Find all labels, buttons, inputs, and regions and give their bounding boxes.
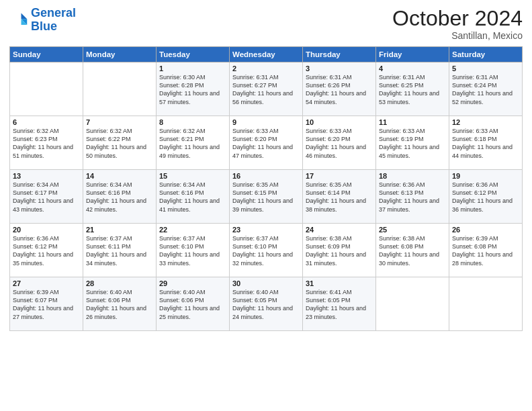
calendar-cell: 16Sunrise: 6:35 AMSunset: 6:15 PMDayligh… xyxy=(230,170,303,224)
cell-text: Sunrise: 6:38 AMSunset: 6:08 PMDaylight:… xyxy=(379,235,439,266)
calendar-row: 20Sunrise: 6:36 AMSunset: 6:12 PMDayligh… xyxy=(10,224,523,277)
cell-text: Sunrise: 6:34 AMSunset: 6:16 PMDaylight:… xyxy=(86,181,146,212)
calendar-cell: 14Sunrise: 6:34 AMSunset: 6:16 PMDayligh… xyxy=(83,170,157,224)
day-number: 13 xyxy=(13,172,80,180)
calendar-row: 27Sunrise: 6:39 AMSunset: 6:07 PMDayligh… xyxy=(10,277,523,331)
day-number: 16 xyxy=(232,172,300,180)
calendar-table: SundayMondayTuesdayWednesdayThursdayFrid… xyxy=(9,46,523,331)
calendar-cell: 18Sunrise: 6:36 AMSunset: 6:13 PMDayligh… xyxy=(376,170,449,224)
calendar-cell: 1Sunrise: 6:30 AMSunset: 6:28 PMDaylight… xyxy=(157,62,230,116)
cell-text: Sunrise: 6:34 AMSunset: 6:16 PMDaylight:… xyxy=(159,181,220,212)
logo-icon xyxy=(9,11,28,30)
logo-line2: Blue xyxy=(31,19,57,33)
cell-text: Sunrise: 6:33 AMSunset: 6:20 PMDaylight:… xyxy=(306,128,366,158)
cell-text: Sunrise: 6:36 AMSunset: 6:13 PMDaylight:… xyxy=(379,181,439,212)
cell-text: Sunrise: 6:33 AMSunset: 6:19 PMDaylight:… xyxy=(379,128,439,158)
calendar-row: 6Sunrise: 6:32 AMSunset: 6:23 PMDaylight… xyxy=(10,116,523,170)
calendar-cell: 13Sunrise: 6:34 AMSunset: 6:17 PMDayligh… xyxy=(10,170,83,224)
cell-text: Sunrise: 6:33 AMSunset: 6:20 PMDaylight:… xyxy=(232,128,293,158)
cell-text: Sunrise: 6:34 AMSunset: 6:17 PMDaylight:… xyxy=(13,181,73,212)
cell-text: Sunrise: 6:37 AMSunset: 6:11 PMDaylight:… xyxy=(86,235,146,266)
day-number: 7 xyxy=(86,118,153,126)
logo-text: General Blue xyxy=(31,7,76,34)
calendar-row: 13Sunrise: 6:34 AMSunset: 6:17 PMDayligh… xyxy=(10,170,523,224)
cell-text: Sunrise: 6:31 AMSunset: 6:24 PMDaylight:… xyxy=(452,74,513,105)
cell-text: Sunrise: 6:32 AMSunset: 6:21 PMDaylight:… xyxy=(159,128,220,158)
calendar-row: 1Sunrise: 6:30 AMSunset: 6:28 PMDaylight… xyxy=(10,62,523,116)
calendar-cell: 19Sunrise: 6:36 AMSunset: 6:12 PMDayligh… xyxy=(449,170,523,224)
day-number: 17 xyxy=(306,172,373,180)
day-number: 20 xyxy=(13,226,80,234)
calendar-cell: 11Sunrise: 6:33 AMSunset: 6:19 PMDayligh… xyxy=(376,116,449,170)
logo: General Blue xyxy=(9,7,76,34)
calendar-cell xyxy=(83,62,157,116)
day-number: 25 xyxy=(379,226,446,234)
cell-text: Sunrise: 6:40 AMSunset: 6:05 PMDaylight:… xyxy=(232,289,293,320)
calendar-cell: 22Sunrise: 6:37 AMSunset: 6:10 PMDayligh… xyxy=(157,224,230,277)
day-number: 22 xyxy=(159,226,226,234)
title-area: October 2024 Santillan, Mexico xyxy=(392,7,523,41)
calendar-cell: 20Sunrise: 6:36 AMSunset: 6:12 PMDayligh… xyxy=(10,224,83,277)
day-number: 2 xyxy=(232,64,300,73)
day-number: 24 xyxy=(306,226,373,234)
day-number: 9 xyxy=(232,118,300,126)
calendar-cell: 24Sunrise: 6:38 AMSunset: 6:09 PMDayligh… xyxy=(303,224,376,277)
cell-text: Sunrise: 6:40 AMSunset: 6:06 PMDaylight:… xyxy=(159,289,220,320)
cell-text: Sunrise: 6:38 AMSunset: 6:09 PMDaylight:… xyxy=(306,235,366,266)
day-number: 21 xyxy=(86,226,153,234)
day-number: 3 xyxy=(306,64,373,73)
day-number: 1 xyxy=(159,64,226,73)
header-day: Saturday xyxy=(449,47,523,62)
calendar-cell xyxy=(10,62,83,116)
calendar-cell: 23Sunrise: 6:37 AMSunset: 6:10 PMDayligh… xyxy=(230,224,303,277)
day-number: 6 xyxy=(13,118,80,126)
cell-text: Sunrise: 6:39 AMSunset: 6:07 PMDaylight:… xyxy=(13,289,73,320)
day-number: 29 xyxy=(159,279,226,287)
calendar-cell: 28Sunrise: 6:40 AMSunset: 6:06 PMDayligh… xyxy=(83,277,157,331)
cell-text: Sunrise: 6:41 AMSunset: 6:05 PMDaylight:… xyxy=(306,289,366,320)
calendar-cell: 5Sunrise: 6:31 AMSunset: 6:24 PMDaylight… xyxy=(449,62,523,116)
day-number: 8 xyxy=(159,118,226,126)
calendar-cell: 17Sunrise: 6:35 AMSunset: 6:14 PMDayligh… xyxy=(303,170,376,224)
cell-text: Sunrise: 6:32 AMSunset: 6:23 PMDaylight:… xyxy=(13,128,73,158)
cell-text: Sunrise: 6:35 AMSunset: 6:14 PMDaylight:… xyxy=(306,181,366,212)
cell-text: Sunrise: 6:37 AMSunset: 6:10 PMDaylight:… xyxy=(159,235,220,266)
day-number: 11 xyxy=(379,118,446,126)
calendar-cell: 27Sunrise: 6:39 AMSunset: 6:07 PMDayligh… xyxy=(10,277,83,331)
subtitle: Santillan, Mexico xyxy=(392,30,523,41)
day-number: 18 xyxy=(379,172,446,180)
header: General Blue October 2024 Santillan, Mex… xyxy=(9,7,523,41)
cell-text: Sunrise: 6:31 AMSunset: 6:27 PMDaylight:… xyxy=(232,74,293,105)
calendar-cell: 7Sunrise: 6:32 AMSunset: 6:22 PMDaylight… xyxy=(83,116,157,170)
day-number: 10 xyxy=(306,118,373,126)
calendar-cell: 4Sunrise: 6:31 AMSunset: 6:25 PMDaylight… xyxy=(376,62,449,116)
cell-text: Sunrise: 6:36 AMSunset: 6:12 PMDaylight:… xyxy=(13,235,73,266)
calendar-cell: 2Sunrise: 6:31 AMSunset: 6:27 PMDaylight… xyxy=(230,62,303,116)
day-number: 26 xyxy=(452,226,519,234)
day-number: 27 xyxy=(13,279,80,287)
cell-text: Sunrise: 6:37 AMSunset: 6:10 PMDaylight:… xyxy=(232,235,293,266)
calendar-cell xyxy=(376,277,449,331)
day-number: 15 xyxy=(159,172,226,180)
day-number: 19 xyxy=(452,172,519,180)
day-number: 23 xyxy=(232,226,300,234)
cell-text: Sunrise: 6:39 AMSunset: 6:08 PMDaylight:… xyxy=(452,235,513,266)
header-day: Wednesday xyxy=(230,47,303,62)
calendar-cell: 10Sunrise: 6:33 AMSunset: 6:20 PMDayligh… xyxy=(303,116,376,170)
calendar-cell: 12Sunrise: 6:33 AMSunset: 6:18 PMDayligh… xyxy=(449,116,523,170)
day-number: 28 xyxy=(86,279,153,287)
cell-text: Sunrise: 6:31 AMSunset: 6:25 PMDaylight:… xyxy=(379,74,439,105)
day-number: 5 xyxy=(452,64,519,73)
calendar-cell: 26Sunrise: 6:39 AMSunset: 6:08 PMDayligh… xyxy=(449,224,523,277)
calendar-cell: 31Sunrise: 6:41 AMSunset: 6:05 PMDayligh… xyxy=(303,277,376,331)
logo-line1: General xyxy=(31,6,76,19)
header-day: Tuesday xyxy=(157,47,230,62)
calendar-cell: 21Sunrise: 6:37 AMSunset: 6:11 PMDayligh… xyxy=(83,224,157,277)
header-day: Monday xyxy=(83,47,157,62)
calendar-cell: 15Sunrise: 6:34 AMSunset: 6:16 PMDayligh… xyxy=(157,170,230,224)
day-number: 31 xyxy=(306,279,373,287)
calendar-cell: 3Sunrise: 6:31 AMSunset: 6:26 PMDaylight… xyxy=(303,62,376,116)
calendar-cell: 8Sunrise: 6:32 AMSunset: 6:21 PMDaylight… xyxy=(157,116,230,170)
calendar-cell: 29Sunrise: 6:40 AMSunset: 6:06 PMDayligh… xyxy=(157,277,230,331)
svg-marker-0 xyxy=(21,13,28,19)
